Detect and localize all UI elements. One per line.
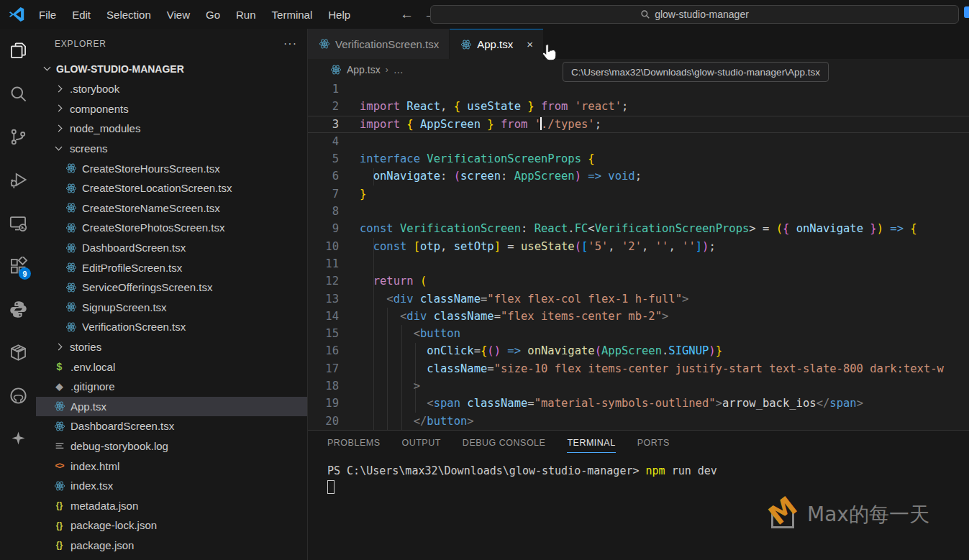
- explorer-icon[interactable]: [0, 29, 36, 72]
- file-row[interactable]: CreateStoreNameScreen.tsx: [36, 198, 307, 219]
- terminal-cursor: [327, 480, 335, 494]
- react-file-icon: [65, 281, 77, 293]
- code-line[interactable]: 2import React, { useState } from 'react'…: [308, 98, 969, 115]
- back-arrow-icon[interactable]: ←: [400, 6, 414, 22]
- folder-row[interactable]: components: [36, 99, 307, 119]
- folder-row[interactable]: node_modules: [36, 119, 307, 139]
- editor-group: VerificationScreen.tsx App.tsx × App.tsx…: [308, 29, 969, 430]
- file-row[interactable]: {}metadata.json: [36, 495, 307, 515]
- tab-label: App.tsx: [477, 38, 513, 50]
- code-line[interactable]: 11: [308, 255, 969, 272]
- tab-output[interactable]: OUTPUT: [401, 438, 440, 453]
- explorer-more-icon[interactable]: ···: [283, 37, 297, 50]
- menu-go[interactable]: Go: [198, 6, 228, 24]
- tab-terminal[interactable]: TERMINAL: [567, 438, 615, 453]
- breadcrumb-more[interactable]: …: [393, 64, 404, 75]
- search-sidebar-icon[interactable]: [0, 72, 36, 115]
- folder-row[interactable]: .storybook: [36, 79, 307, 99]
- file-row[interactable]: [36, 555, 307, 560]
- folder-row[interactable]: stories: [36, 337, 307, 357]
- tab-problems[interactable]: PROBLEMS: [327, 438, 380, 453]
- code-line[interactable]: 4: [308, 133, 969, 150]
- search-icon: [640, 9, 650, 19]
- json-file-icon: {}: [53, 500, 65, 512]
- menu-selection[interactable]: Selection: [99, 6, 159, 24]
- run-debug-icon[interactable]: [0, 158, 36, 201]
- file-row[interactable]: <>index.html: [36, 456, 307, 476]
- bottom-panel: PROBLEMS OUTPUT DEBUG CONSOLE TERMINAL P…: [308, 430, 969, 560]
- container-box-icon[interactable]: [0, 331, 36, 374]
- tab-app-tsx[interactable]: App.tsx ×: [450, 29, 543, 59]
- code-editor[interactable]: 12import React, { useState } from 'react…: [308, 81, 969, 430]
- menu-help[interactable]: Help: [320, 6, 358, 24]
- remote-explorer-icon[interactable]: [0, 201, 36, 244]
- code-text: [360, 203, 969, 220]
- line-number: 10: [308, 238, 360, 255]
- file-row[interactable]: CreateStorePhotosScreen.tsx: [36, 218, 307, 238]
- file-row[interactable]: SignupScreen.tsx: [36, 298, 307, 318]
- file-label: debug-storybook.log: [70, 440, 168, 452]
- github-icon[interactable]: [0, 374, 36, 417]
- file-row[interactable]: debug-storybook.log: [36, 436, 307, 456]
- code-line[interactable]: 19 <span className="material-symbols-out…: [308, 395, 969, 412]
- code-line[interactable]: 8: [308, 203, 969, 220]
- file-row[interactable]: EditProfileScreen.tsx: [36, 257, 307, 277]
- code-line[interactable]: 12 return (: [308, 272, 969, 290]
- account-icon[interactable]: [964, 6, 969, 18]
- python-icon[interactable]: [0, 288, 36, 331]
- file-label: index.html: [70, 460, 119, 472]
- code-line[interactable]: 6 onNavigate: (screen: AppScreen) => voi…: [308, 167, 969, 185]
- file-label: CreateStorePhotosScreen.tsx: [82, 221, 224, 234]
- code-line[interactable]: 5interface VerificationScreenProps {: [308, 150, 969, 167]
- code-line[interactable]: 13 <div className="flex flex-col flex-1 …: [308, 290, 969, 308]
- code-line[interactable]: 9const VerificationScreen: React.FC<Veri…: [308, 220, 969, 237]
- terminal-output[interactable]: PS C:\Users\max32\Downloads\glow-studio-…: [308, 453, 969, 477]
- file-row[interactable]: $.env.local: [36, 357, 307, 377]
- code-line[interactable]: 18 >: [308, 377, 969, 395]
- file-row[interactable]: {}package-lock.json: [36, 515, 307, 536]
- code-line[interactable]: 16 onClick={() => onNavigate(AppScreen.S…: [308, 342, 969, 359]
- code-line[interactable]: 14 <div className="flex items-center mb-…: [308, 308, 969, 325]
- menu-edit[interactable]: Edit: [64, 6, 99, 24]
- menu-view[interactable]: View: [159, 6, 198, 24]
- code-text: </button>: [360, 413, 969, 430]
- command-center-search[interactable]: glow-studio-manager: [430, 5, 959, 24]
- file-row[interactable]: VerificationScreen.tsx: [36, 317, 307, 337]
- file-row[interactable]: DashboardScreen.tsx: [36, 238, 307, 258]
- code-line[interactable]: 20 </button>: [308, 413, 969, 430]
- file-row[interactable]: ServiceOfferingsScreen.tsx: [36, 277, 307, 298]
- file-row[interactable]: App.tsx: [36, 397, 307, 417]
- project-root-folder[interactable]: GLOW-STUDIO-MANAGER: [36, 59, 307, 79]
- menu-terminal[interactable]: Terminal: [264, 6, 321, 24]
- code-line[interactable]: 1: [308, 81, 969, 98]
- file-row[interactable]: ◆.gitignore: [36, 377, 307, 397]
- line-number: 9: [308, 220, 360, 237]
- extensions-icon[interactable]: 9: [0, 244, 36, 288]
- file-row[interactable]: DashboardScreen.tsx: [36, 416, 307, 436]
- file-row[interactable]: CreateStoreHoursScreen.tsx: [36, 158, 307, 178]
- code-line[interactable]: 10 const [otp, setOtp] = useState(['5', …: [308, 238, 969, 255]
- file-row[interactable]: CreateStoreLocationScreen.tsx: [36, 178, 307, 198]
- activity-bar: 9: [0, 29, 36, 560]
- sparkle-icon[interactable]: [0, 417, 36, 460]
- line-number: 8: [308, 203, 360, 220]
- file-row[interactable]: index.tsx: [36, 476, 307, 496]
- folder-row[interactable]: screens: [36, 139, 307, 159]
- code-text: import React, { useState } from 'react';: [360, 98, 969, 115]
- code-line[interactable]: 3import { AppScreen } from './types';: [308, 116, 969, 133]
- tab-debug-console[interactable]: DEBUG CONSOLE: [463, 438, 546, 453]
- tab-verificationscreen[interactable]: VerificationScreen.tsx: [308, 29, 450, 59]
- env-file-icon: $: [53, 361, 65, 373]
- code-line[interactable]: 15 <button: [308, 325, 969, 342]
- source-control-icon[interactable]: [0, 115, 36, 158]
- code-line[interactable]: 7}: [308, 185, 969, 203]
- file-row[interactable]: {}package.json: [36, 536, 307, 556]
- react-file-icon: [318, 38, 330, 50]
- menu-file[interactable]: File: [31, 6, 64, 24]
- code-text: onClick={() => onNavigate(AppScreen.SIGN…: [360, 342, 969, 359]
- tab-ports[interactable]: PORTS: [637, 438, 670, 453]
- vscode-logo-icon: [8, 6, 25, 23]
- menu-run[interactable]: Run: [228, 6, 264, 24]
- code-line[interactable]: 17 className="size-10 flex items-center …: [308, 360, 969, 377]
- close-tab-icon[interactable]: ×: [527, 38, 533, 50]
